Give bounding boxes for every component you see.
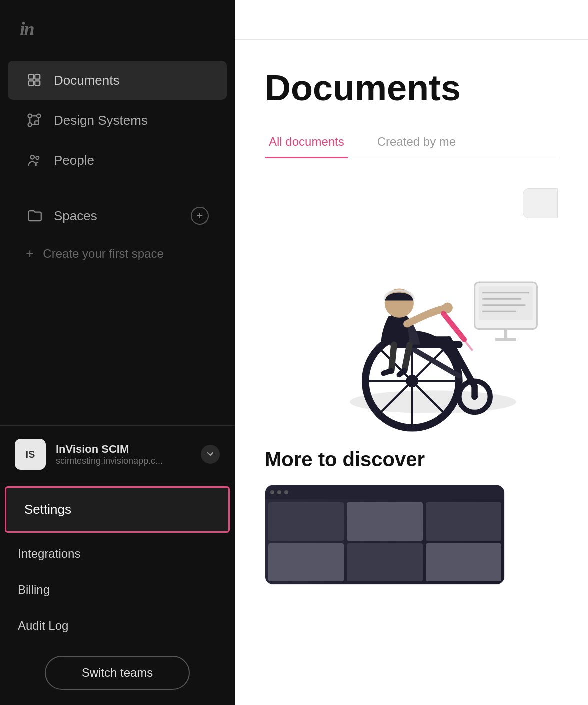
create-space-plus-icon: +	[26, 246, 34, 262]
sidebar: in Documents	[0, 0, 235, 705]
discover-title: More to discover	[265, 448, 558, 471]
svg-rect-1	[35, 75, 40, 80]
card-mockup-top	[266, 486, 504, 500]
create-first-space[interactable]: + Create your first space	[8, 237, 227, 271]
sidebar-nav: Documents Design Systems	[0, 55, 235, 426]
discover-card-inner	[266, 486, 504, 584]
discover-card[interactable]	[265, 485, 505, 585]
svg-point-5	[37, 114, 41, 118]
card-col-1	[268, 502, 344, 582]
tabs: All documents Created by me	[265, 126, 558, 158]
team-url: scimtesting.invisionapp.c...	[56, 456, 191, 466]
card-col-2	[347, 502, 422, 582]
svg-point-12	[31, 156, 35, 160]
design-systems-icon	[26, 112, 43, 129]
audit-log-label: Audit Log	[18, 619, 68, 633]
svg-rect-0	[29, 75, 34, 80]
audit-log-menu-item[interactable]: Audit Log	[0, 608, 235, 644]
svg-rect-30	[479, 286, 533, 320]
sidebar-item-documents[interactable]: Documents	[8, 61, 227, 100]
card-thumb-1	[268, 502, 344, 541]
svg-rect-7	[35, 121, 39, 125]
team-avatar: IS	[15, 439, 46, 470]
illustration-area	[265, 178, 558, 438]
create-space-label: Create your first space	[43, 247, 164, 261]
card-thumb-5	[426, 502, 502, 541]
card-thumb-4	[347, 544, 422, 582]
sidebar-item-documents-label: Documents	[54, 73, 120, 88]
main-body: Documents All documents Created by me	[235, 40, 588, 705]
team-name: InVision SCIM	[56, 443, 191, 456]
team-info: InVision SCIM scimtesting.invisionapp.c.…	[56, 443, 191, 466]
sidebar-item-design-systems[interactable]: Design Systems	[8, 101, 227, 140]
discover-section: More to discover	[265, 448, 558, 585]
tab-created-by-me[interactable]: Created by me	[374, 126, 460, 158]
integrations-menu-item[interactable]: Integrations	[0, 536, 235, 572]
card-thumb-2	[268, 544, 344, 582]
svg-rect-2	[29, 81, 34, 86]
svg-point-13	[36, 156, 39, 160]
settings-menu-item[interactable]: Settings	[5, 486, 230, 533]
card-dot-2	[278, 490, 282, 494]
chevron-down-icon[interactable]	[201, 445, 220, 464]
spaces-label: Spaces	[54, 208, 180, 224]
person-illustration	[298, 178, 558, 438]
main-content: Documents All documents Created by me	[235, 0, 588, 705]
logo-area: in	[0, 0, 235, 55]
billing-label: Billing	[18, 583, 50, 597]
billing-menu-item[interactable]: Billing	[0, 572, 235, 608]
people-icon	[26, 152, 43, 169]
integrations-label: Integrations	[18, 547, 80, 561]
switch-teams-label: Switch teams	[82, 666, 154, 680]
documents-icon	[26, 72, 43, 89]
tab-all-documents[interactable]: All documents	[265, 126, 348, 158]
sidebar-item-design-systems-label: Design Systems	[54, 113, 148, 128]
sidebar-item-people-label: People	[54, 153, 94, 168]
switch-teams-button[interactable]: Switch teams	[45, 656, 190, 690]
sidebar-item-people[interactable]: People	[8, 141, 227, 180]
card-thumb-3	[347, 502, 422, 541]
settings-label: Settings	[24, 502, 72, 518]
sidebar-bottom: IS InVision SCIM scimtesting.invisionapp…	[0, 426, 235, 705]
main-header	[235, 0, 588, 40]
sidebar-item-spaces[interactable]: Spaces +	[8, 196, 227, 236]
team-selector[interactable]: IS InVision SCIM scimtesting.invisionapp…	[0, 426, 235, 484]
add-space-button[interactable]: +	[191, 207, 209, 225]
page-title: Documents	[265, 70, 558, 106]
card-thumb-6	[426, 544, 502, 582]
spaces-icon	[26, 208, 43, 224]
app-logo: in	[20, 18, 34, 40]
card-col-3	[426, 502, 502, 582]
card-dot-3	[284, 490, 288, 494]
svg-point-4	[28, 114, 32, 118]
add-space-icon: +	[197, 210, 204, 222]
svg-point-6	[28, 123, 32, 127]
card-mockup-body	[266, 500, 504, 584]
card-dot-1	[270, 490, 274, 494]
svg-rect-3	[35, 81, 40, 86]
